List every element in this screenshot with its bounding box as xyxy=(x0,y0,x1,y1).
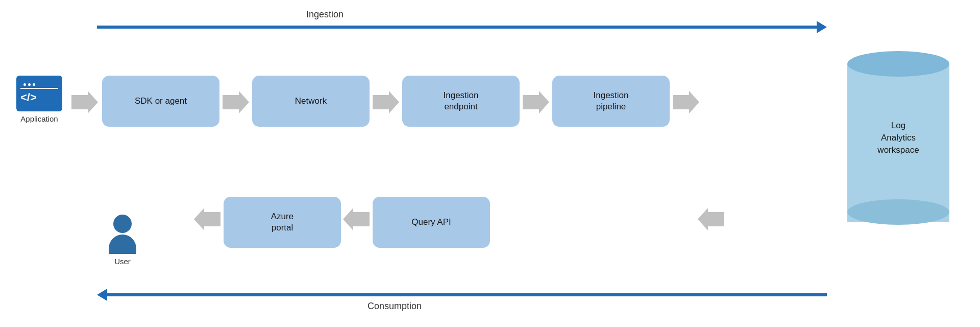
user-icon-box: User xyxy=(100,215,145,266)
app-icon-text: </> xyxy=(20,91,37,104)
sdk-agent-box: SDK or agent xyxy=(102,76,219,127)
svg-marker-1 xyxy=(223,91,249,113)
log-analytics-label: Log Analyticsworkspace xyxy=(873,120,924,156)
svg-marker-3 xyxy=(523,91,549,113)
consumption-label: Consumption xyxy=(368,301,422,312)
consumption-arrow xyxy=(97,290,827,299)
svg-marker-4 xyxy=(673,91,699,113)
azure-portal-box: Azure portal xyxy=(224,197,341,248)
application-icon: </> xyxy=(16,76,62,111)
user-figure xyxy=(100,215,145,254)
ingestion-arrow-head xyxy=(817,21,827,33)
application-label: Application xyxy=(11,114,67,123)
consumption-arrow-head xyxy=(97,289,107,301)
user-head xyxy=(113,215,132,233)
arrow-network-endpoint xyxy=(373,91,399,115)
user-body xyxy=(109,235,136,254)
ingestion-label: Ingestion xyxy=(306,9,344,20)
arrow-queryapi-portal xyxy=(343,208,370,232)
svg-marker-0 xyxy=(71,91,98,113)
svg-marker-5 xyxy=(194,208,220,230)
ingestion-endpoint-box: Ingestion endpoint xyxy=(402,76,520,127)
diagram-container: Ingestion </> Application SDK or age xyxy=(0,0,980,327)
consumption-arrow-line xyxy=(107,293,827,296)
arrow-app-sdk xyxy=(71,91,98,115)
arrow-portal-user xyxy=(194,208,220,232)
log-analytics-cylinder-container: Log Analyticsworkspace xyxy=(847,51,949,225)
arrow-sdk-network xyxy=(223,91,249,115)
cylinder-bottom-ellipse xyxy=(847,199,949,225)
arrow-pipeline-cylinder xyxy=(673,91,699,115)
application-icon-box: </> Application xyxy=(11,76,67,123)
network-box: Network xyxy=(252,76,370,127)
arrow-cylinder-queryapi xyxy=(698,208,724,232)
log-analytics-cylinder: Log Analyticsworkspace xyxy=(847,51,949,225)
svg-marker-2 xyxy=(373,91,399,113)
user-label: User xyxy=(100,257,145,266)
arrow-endpoint-pipeline xyxy=(523,91,549,115)
svg-marker-6 xyxy=(343,208,370,230)
ingestion-pipeline-box: Ingestion pipeline xyxy=(552,76,670,127)
query-api-box: Query API xyxy=(373,197,490,248)
ingestion-arrow xyxy=(97,22,827,32)
cylinder-top xyxy=(847,51,949,77)
svg-marker-7 xyxy=(698,208,724,230)
ingestion-arrow-line xyxy=(97,26,817,29)
